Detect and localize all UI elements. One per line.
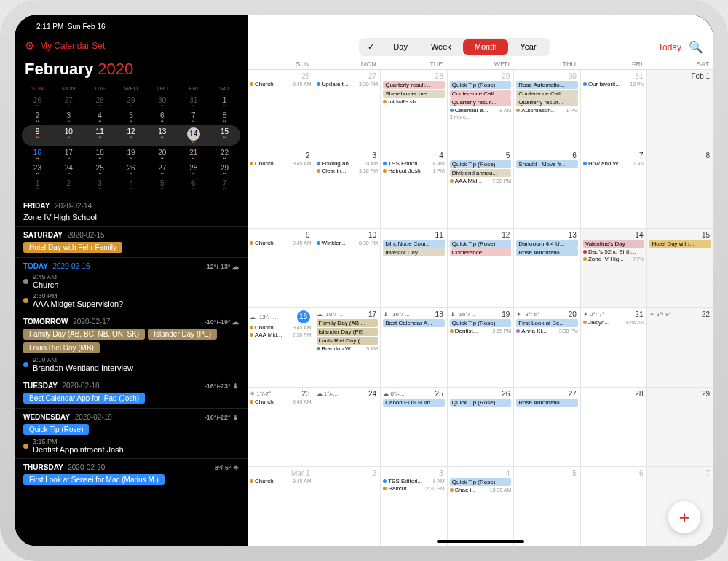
event-bar[interactable]: Quarterly result... [516,98,578,106]
view-tab[interactable]: Month [463,39,509,55]
day-cell[interactable]: 29Quick Tip (Rose)Conference Call...Quar… [448,70,515,149]
mini-day[interactable]: 17•• [53,146,84,162]
view-tab[interactable]: Year [508,39,547,55]
mini-day[interactable]: 20•• [146,146,178,162]
mini-day[interactable]: 7•• [209,177,240,192]
mini-day[interactable]: 3•• [53,109,84,125]
agenda-event-pill[interactable]: Islander Day (PE) [148,329,217,340]
event-item[interactable]: Church9:45 AM [250,240,312,246]
event-bar[interactable]: First Look at Se... [516,319,578,327]
mini-day[interactable]: 9•• [22,125,53,146]
event-item[interactable]: Haircut Josh1 PM [383,168,445,174]
event-item[interactable]: Anna Ki...3:30 PM [516,328,578,334]
day-cell[interactable]: 6 [581,467,648,546]
day-cell[interactable]: 9Church9:45 AM [248,229,314,307]
mini-day[interactable]: 24•• [53,162,84,177]
event-bar[interactable]: Rose Automatio... [516,81,578,89]
event-item[interactable]: Shae i...10:30 AM [450,487,512,493]
day-cell[interactable]: 30Rose Automatio...Conference Call...Qua… [514,70,581,149]
view-tab[interactable]: ✓ [360,39,381,55]
mini-day[interactable]: 26•• [116,162,147,177]
mini-day[interactable]: 12•• [116,125,147,146]
mini-day[interactable]: 2•• [53,177,84,192]
event-bar[interactable]: MindNode Cour... [383,240,445,248]
event-bar[interactable]: Quarterly result... [450,98,512,106]
event-bar[interactable]: Quarterly result... [383,81,445,89]
mini-day[interactable]: 2•• [22,109,53,125]
event-item[interactable]: Folding an...10 AM [317,160,379,167]
event-item[interactable]: Church9:45 AM [250,81,312,87]
agenda-event[interactable]: 9:00 AMBrandon Wentland Interview [23,356,239,372]
mini-day[interactable]: 26•• [22,94,53,109]
mini-day[interactable]: 4•• [84,109,116,125]
day-cell[interactable]: 31Our favorit...12 PM [581,70,648,149]
event-item[interactable]: Update t...3:30 PM [317,81,379,87]
agenda-event[interactable]: 2:30 PMAAA Midget Supervision? [23,292,239,308]
mini-day[interactable]: 14•• [178,125,209,146]
mini-day[interactable]: 31•• [178,94,209,109]
mini-day[interactable]: 29•• [116,94,147,109]
mini-day[interactable]: 27•• [146,162,178,177]
mini-day[interactable]: 21•• [178,146,209,162]
event-item[interactable]: Jaclyn...9:45 AM [583,319,645,326]
mini-day[interactable]: 25•• [84,162,116,177]
event-item[interactable]: Brandon W...9 AM [317,345,379,352]
day-cell[interactable]: 27Rose Automatio... [514,388,581,466]
day-cell[interactable]: Feb 1 [647,70,713,149]
day-cell[interactable]: ☁ -10°/-...17Family Day (AB,...Islander … [314,308,381,387]
day-cell[interactable]: 14Valentine's DayDad's 52nd Birth...Zone… [581,229,648,307]
mini-day[interactable]: 18•• [84,146,116,162]
mini-day[interactable]: 13•• [146,125,178,146]
event-bar[interactable]: Quick Tip (Rose) [450,81,512,89]
mini-calendar[interactable]: SUNMONTUEWEDTHUFRISAT26••27••28••29••30•… [15,83,248,192]
day-cell[interactable]: ☁ 0°/-...25Canon EOS R Im... [381,388,448,466]
day-cell[interactable]: 7How and W...7 AM [581,149,648,228]
agenda-event[interactable]: 3:15 PMDentist Appointment Josh [23,438,239,454]
mini-day[interactable]: 5•• [116,109,147,125]
day-cell[interactable]: ☀ 0°/-7°21Jaclyn...9:45 AM [581,308,648,387]
mini-day[interactable]: 7•• [178,109,209,125]
event-item[interactable]: Winkler...8:30 PM [317,240,379,246]
day-cell[interactable]: 15Hotel Day with... [647,229,713,307]
event-item[interactable]: Dentist...3:15 PM [450,328,512,334]
mini-day[interactable]: 23•• [22,162,53,177]
event-item[interactable]: Church9:45 AM [250,160,312,167]
event-item[interactable]: AAA Mid...7:30 PM [450,178,512,184]
event-item[interactable]: Zone IV Hig...7 PM [583,256,645,262]
event-item[interactable]: Dad's 52nd Birth... [583,248,645,255]
event-item[interactable]: Haircut...12:30 PM [383,485,445,492]
day-cell[interactable]: 4TSS Editori...8 AMHaircut Josh1 PM [381,149,448,228]
view-tab[interactable]: Day [381,39,419,55]
day-cell[interactable]: 12Quick Tip (Rose)Conference [448,229,515,307]
day-cell[interactable]: 4Quick Tip (Rose)Shae i...10:30 AM [448,467,515,546]
view-tab[interactable]: Week [419,39,463,55]
event-bar[interactable]: Rose Automatio... [516,248,578,256]
event-item[interactable]: midwife sh... [383,98,445,105]
day-cell[interactable]: 13Darkroom 4.4 U...Rose Automatio... [514,229,581,307]
mini-day[interactable]: 30•• [146,94,178,109]
event-bar[interactable]: Rose Automatio... [516,399,578,407]
view-segment[interactable]: ✓DayWeekMonthYear [359,38,549,56]
event-item[interactable]: Cleanin...3:30 PM [317,168,379,174]
event-item[interactable]: TSS Editori...8 AM [383,160,445,167]
mini-day[interactable]: 1•• [22,177,53,192]
day-cell[interactable]: 6Should I Move fr... [514,149,581,228]
agenda-event-pill[interactable]: Best Calendar App for iPad (Josh) [23,393,145,404]
mini-day[interactable]: 11•• [84,125,116,146]
day-cell[interactable]: 29 [647,388,713,466]
mini-day[interactable]: 27•• [53,94,84,109]
add-event-button[interactable]: + [668,501,700,533]
day-cell[interactable]: 28Quarterly result...Shareholder me...mi… [381,70,448,149]
day-cell[interactable]: 2Church9:45 AM [248,149,314,228]
mini-day[interactable]: 10•• [53,125,84,146]
day-cell[interactable]: 27Update t...3:30 PM [314,70,381,149]
event-bar[interactable]: Shareholder me... [383,90,445,98]
event-bar[interactable]: Quick Tip (Rose) [450,399,512,407]
event-item[interactable]: Automation...1 PM [516,107,578,114]
agenda-event-pill[interactable]: Family Day (AB, BC, NB, ON, SK) [23,329,145,340]
event-item[interactable]: Church9:45 AM [250,478,312,484]
event-item[interactable]: TSS Editori...8 AM [383,478,445,484]
event-bar[interactable]: Darkroom 4.4 U... [516,240,578,248]
mini-day[interactable]: 19•• [116,146,147,162]
event-bar[interactable]: Conference Call... [516,90,578,98]
